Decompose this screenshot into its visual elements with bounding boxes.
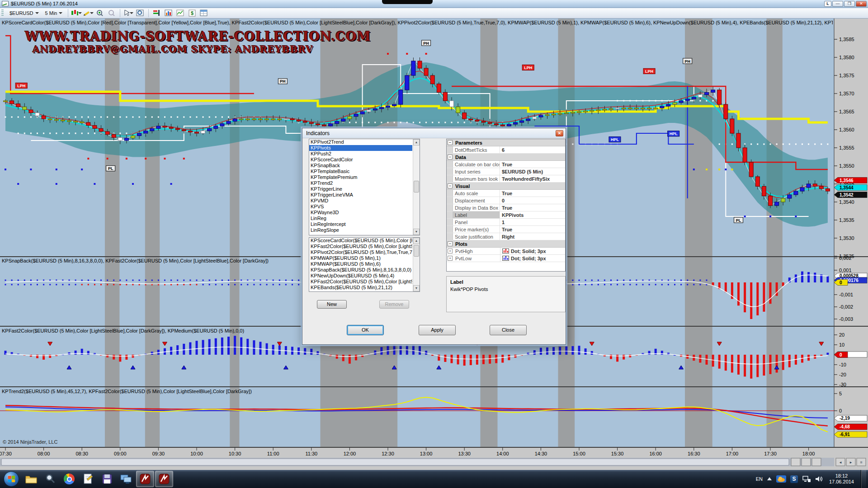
- property-value[interactable]: 6: [500, 146, 565, 153]
- scroll-down-icon[interactable]: ▼: [413, 285, 420, 291]
- applied-indicator-item[interactable]: KPMWAP($EURUSD (5 Min),6): [309, 261, 412, 267]
- chart-trader-button[interactable]: [151, 9, 162, 18]
- property-row[interactable]: Panel1: [447, 219, 565, 226]
- indicator-list-item[interactable]: KPPivots: [309, 145, 412, 151]
- applied-indicator-item[interactable]: KPMWAP($EURUSD (5 Min),1): [309, 255, 412, 261]
- indicator-list-item[interactable]: KPPush2: [309, 151, 412, 157]
- collapse-icon[interactable]: −: [448, 155, 453, 160]
- instrument-dropdown[interactable]: $EURUSD: [6, 9, 42, 17]
- indicator-list-item[interactable]: KPTriggerLineVMA: [309, 192, 412, 198]
- applied-indicator-item[interactable]: KPFast2Color($EURUSD (5 Min),Color [Ligh…: [309, 244, 412, 249]
- property-value[interactable]: Right: [500, 233, 565, 240]
- list-scrollbar[interactable]: ▲▼: [413, 238, 420, 291]
- property-row[interactable]: Displacement0: [447, 197, 565, 204]
- expand-icon[interactable]: +: [448, 249, 453, 253]
- close-button[interactable]: ✕: [856, 1, 867, 7]
- property-value[interactable]: $EURUSD (5 Min): [500, 168, 565, 175]
- property-group-header[interactable]: −Data: [447, 154, 565, 161]
- scrollbar-thumb[interactable]: [414, 245, 419, 257]
- interval-dropdown[interactable]: 5 Min: [42, 9, 66, 17]
- indicator-list-item[interactable]: KPTrend2: [309, 180, 412, 186]
- properties-grid[interactable]: −ParametersDotOffsetTicks6−DataCalculate…: [446, 139, 566, 272]
- applied-indicators-list[interactable]: KPScoreCardColor($EURUSD (5 Min),Color […: [309, 237, 420, 292]
- property-value[interactable]: 1: [500, 219, 565, 225]
- property-group-header[interactable]: −Plots: [447, 240, 565, 248]
- property-value[interactable]: True: [500, 204, 565, 211]
- indicator-list-item[interactable]: KPSnapBack: [309, 163, 412, 169]
- property-value[interactable]: Dot; Solid; 3px: [500, 255, 565, 262]
- draw-button[interactable]: [83, 9, 94, 18]
- taskbar-item-ninjatrader-1[interactable]: [136, 471, 154, 487]
- applied-indicator-item[interactable]: KPEBands($EURUSD (5 Min),21,12): [309, 285, 412, 291]
- remove-button[interactable]: Remove: [379, 300, 409, 309]
- lock-button[interactable]: L: [824, 1, 831, 7]
- taskbar-clock[interactable]: 18:12 17.06.2014: [826, 473, 857, 485]
- ok-button[interactable]: OK: [347, 325, 384, 335]
- start-button[interactable]: [4, 471, 19, 487]
- indicator-list-item[interactable]: LinRegSlope: [309, 227, 412, 233]
- taskbar-item-control-center[interactable]: [117, 471, 135, 487]
- dialog-title-bar[interactable]: Indicators ✕: [302, 128, 566, 138]
- show-desktop-button[interactable]: [861, 470, 866, 488]
- dialog-close-button[interactable]: ✕: [556, 130, 563, 136]
- hscrollbar-button[interactable]: [812, 458, 821, 466]
- indicator-list-item[interactable]: LinRegIntercept: [309, 221, 412, 227]
- show-hidden-icons-icon[interactable]: [767, 477, 772, 481]
- applied-indicator-item[interactable]: KPFast2Color($EURUSD (5 Min),Color [Ligh…: [309, 279, 412, 285]
- indicator-list-item[interactable]: KPVS: [309, 204, 412, 210]
- indicator-list-item[interactable]: KPTemplatePremium: [309, 174, 412, 180]
- property-row[interactable]: Scale justificationRight: [447, 233, 565, 240]
- mini-chart-button[interactable]: [175, 9, 186, 18]
- property-row[interactable]: Price marker(s)True: [447, 226, 565, 233]
- property-group-header[interactable]: −Visual: [447, 183, 565, 190]
- network-tray-icon[interactable]: [802, 475, 811, 483]
- skype-tray-icon[interactable]: S: [790, 475, 798, 483]
- close-dialog-button[interactable]: Close: [490, 325, 527, 335]
- indicator-list-item[interactable]: KPTemplateBasic: [309, 169, 412, 174]
- property-row[interactable]: DotOffsetTicks6: [447, 146, 565, 154]
- zoom-in-button[interactable]: [94, 9, 105, 18]
- property-row[interactable]: LabelKPPivots: [447, 211, 565, 219]
- taskbar-item-chrome[interactable]: [60, 471, 78, 487]
- applied-indicator-item[interactable]: KPScoreCardColor($EURUSD (5 Min),Color […: [309, 238, 412, 244]
- property-row[interactable]: +PvtHighDot; Solid; 3px: [447, 248, 565, 255]
- scroll-down-icon[interactable]: ▼: [413, 229, 420, 235]
- toolbar-grip[interactable]: [1, 9, 4, 17]
- property-value[interactable]: True: [500, 161, 565, 168]
- property-row[interactable]: Input series$EURUSD (5 Min): [447, 168, 565, 175]
- indicator-list-item[interactable]: LinReg: [309, 216, 412, 221]
- property-value[interactable]: KPPivots: [500, 211, 565, 218]
- applied-indicator-item[interactable]: KPSnapBack($EURUSD (5 Min),8,16,3,8,0,0): [309, 267, 412, 273]
- taskbar-item-search[interactable]: [41, 471, 59, 487]
- applied-indicator-item[interactable]: KPNewUpDown($EURUSD (5 Min),4): [309, 273, 412, 279]
- property-row[interactable]: Auto scaleTrue: [447, 190, 565, 197]
- indicator-list-item[interactable]: KPPivot2Trend: [309, 139, 412, 145]
- indicator-list-item[interactable]: KPWayne3D: [309, 210, 412, 216]
- data-box-button[interactable]: [135, 9, 146, 18]
- applied-indicator-item[interactable]: KPPivot2Color($EURUSD (5 Min),True,True,…: [309, 249, 412, 255]
- collapse-icon[interactable]: −: [448, 140, 453, 145]
- scroll-up-icon[interactable]: ▲: [413, 238, 420, 244]
- scroll-up-icon[interactable]: ▲: [413, 139, 420, 145]
- hscrollbar-button[interactable]: [802, 458, 811, 466]
- property-value[interactable]: True: [500, 190, 565, 197]
- scrollbar-thumb[interactable]: [414, 181, 419, 192]
- indicator-list-item[interactable]: KPVMD: [309, 198, 412, 204]
- collapse-icon[interactable]: −: [448, 183, 453, 188]
- property-row[interactable]: Calculate on bar closeTrue: [447, 161, 565, 168]
- property-value[interactable]: TwoHundredFiftySix: [500, 175, 565, 182]
- property-row[interactable]: Display in Data BoxTrue: [447, 204, 565, 211]
- collapse-icon[interactable]: −: [448, 241, 453, 246]
- hscrollbar-button[interactable]: [791, 458, 800, 466]
- volume-tray-icon[interactable]: [815, 475, 822, 483]
- market-analyzer-button[interactable]: [163, 9, 174, 18]
- taskbar-item-save[interactable]: [98, 471, 116, 487]
- zoom-out-button[interactable]: [106, 9, 117, 18]
- expand-icon[interactable]: +: [448, 256, 453, 261]
- minimize-button[interactable]: —: [832, 1, 843, 7]
- property-value[interactable]: 0: [500, 197, 565, 204]
- hscrollbar-thumb[interactable]: [1, 459, 789, 465]
- available-indicators-list[interactable]: KPPivot2TrendKPPivotsKPPush2KPScoreCardC…: [309, 139, 420, 235]
- property-group-header[interactable]: −Parameters: [447, 139, 565, 146]
- grid-button[interactable]: [198, 9, 209, 18]
